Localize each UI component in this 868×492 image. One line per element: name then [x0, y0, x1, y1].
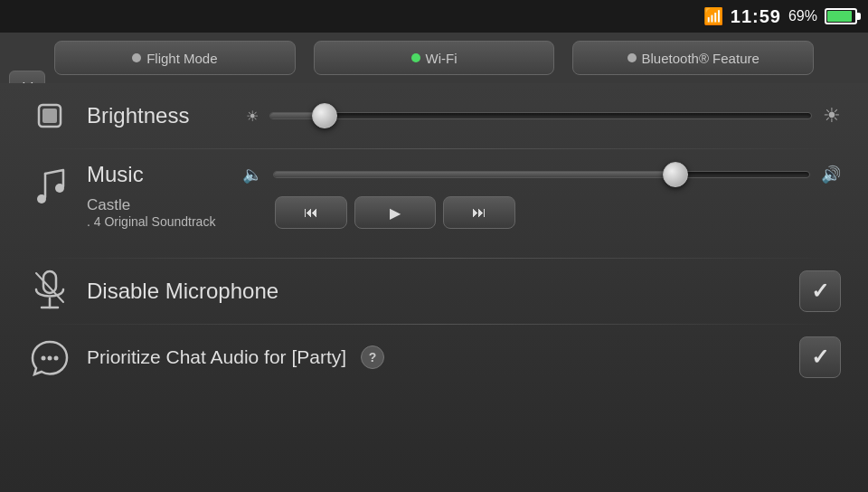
chat-audio-check-icon: ✓	[811, 345, 829, 370]
battery-icon	[825, 8, 857, 24]
brightness-row: Brightness ☀ ☀	[0, 83, 868, 148]
next-button[interactable]: ⏭	[443, 196, 515, 229]
status-bar: 📶 11:59 69%	[0, 0, 868, 33]
music-bottom: Castle . 4 Original Soundtrack ⏮ ▶ ⏭	[87, 196, 841, 229]
brightness-thumb[interactable]	[312, 103, 337, 128]
microphone-checkbox[interactable]: ✓	[799, 270, 841, 312]
play-button[interactable]: ▶	[354, 196, 436, 229]
svg-point-3	[55, 184, 64, 193]
svg-point-8	[42, 356, 46, 361]
tab-dot-flight	[132, 53, 141, 62]
music-top: Music 🔈 🔊	[87, 162, 841, 187]
tab-dot-wifi	[411, 53, 420, 62]
brightness-slider-container: ☀ ☀	[246, 104, 841, 128]
microphone-label: Disable Microphone	[87, 279, 278, 304]
track-title: Castle	[87, 196, 268, 214]
tab-flight-mode[interactable]: Flight Mode	[54, 41, 296, 75]
microphone-icon	[27, 269, 72, 314]
music-controls: ⏮ ▶ ⏭	[275, 196, 515, 229]
volume-fill	[274, 172, 675, 177]
music-label: Music	[87, 162, 231, 187]
track-info: Castle . 4 Original Soundtrack	[87, 196, 268, 229]
battery-percent: 69%	[788, 8, 817, 24]
main-content: Brightness ☀ ☀ Music 🔈	[0, 83, 868, 492]
brightness-slider[interactable]	[269, 112, 812, 119]
brightness-high-icon: ☀	[823, 104, 841, 128]
svg-rect-1	[42, 109, 57, 123]
svg-point-2	[37, 194, 46, 203]
volume-low-icon: 🔈	[242, 165, 262, 184]
music-content: Music 🔈 🔊 Castle . 4 Original Soundtrack	[87, 162, 841, 229]
status-time: 11:59	[731, 6, 781, 27]
track-subtitle: . 4 Original Soundtrack	[87, 214, 268, 229]
brightness-label: Brightness	[87, 103, 231, 128]
volume-slider[interactable]	[273, 171, 810, 178]
top-bar: ✕ Flight Mode Wi-Fi Bluetooth® Feature	[0, 33, 868, 83]
chat-audio-checkbox[interactable]: ✓	[799, 336, 841, 378]
chat-audio-icon	[27, 335, 72, 380]
chat-audio-label: Prioritize Chat Audio for [Party]	[87, 346, 346, 368]
microphone-check-icon: ✓	[811, 279, 829, 304]
prev-button[interactable]: ⏮	[275, 196, 347, 229]
chat-audio-row: Prioritize Chat Audio for [Party] ? ✓	[0, 325, 868, 390]
tab-wifi[interactable]: Wi-Fi	[314, 41, 555, 75]
volume-thumb[interactable]	[663, 162, 688, 187]
volume-high-icon: 🔊	[821, 165, 841, 184]
brightness-icon	[27, 93, 72, 138]
volume-slider-section: 🔈 🔊	[242, 165, 841, 184]
music-icon	[27, 166, 72, 211]
wifi-indicator: 📶	[703, 6, 723, 26]
microphone-row: Disable Microphone ✓	[0, 259, 868, 324]
svg-point-10	[54, 356, 59, 361]
tab-dot-bluetooth	[627, 53, 637, 62]
brightness-low-icon: ☀	[246, 108, 259, 125]
music-row: Music 🔈 🔊 Castle . 4 Original Soundtrack	[0, 149, 868, 258]
tab-bluetooth[interactable]: Bluetooth® Feature	[572, 41, 814, 75]
svg-point-9	[48, 356, 52, 361]
help-button[interactable]: ?	[361, 345, 384, 369]
